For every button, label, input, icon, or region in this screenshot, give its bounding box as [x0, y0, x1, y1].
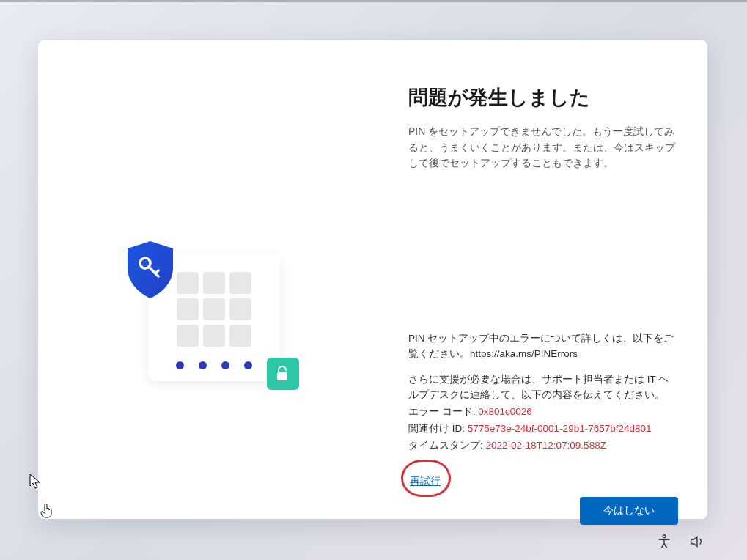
skip-button[interactable]: 今はしない	[580, 497, 678, 525]
taskbar-icons	[656, 534, 704, 550]
illustration-panel	[38, 40, 361, 519]
error-code-value: 0x801c0026	[478, 406, 532, 417]
details-intro: PIN セットアップ中のエラーについて詳しくは、以下をご覧ください。https:…	[408, 331, 678, 362]
retry-link[interactable]: 再試行	[409, 471, 441, 493]
pin-dots	[176, 361, 252, 369]
error-details: PIN セットアップ中のエラーについて詳しくは、以下をご覧ください。https:…	[408, 331, 678, 497]
timestamp-value: 2022-02-18T12:07:09.588Z	[486, 440, 606, 451]
error-code-label: エラー コード:	[408, 406, 478, 417]
accessibility-icon[interactable]	[656, 534, 672, 550]
pin-illustration	[148, 253, 280, 381]
retry-highlight: 再試行	[401, 460, 451, 498]
keypad-card	[148, 253, 280, 381]
support-text: さらに支援が必要な場合は、サポート担当者または IT ヘルプデスクに連絡して、以…	[408, 372, 678, 403]
error-description: PIN をセットアップできませんでした。もう一度試してみると、うまくいくことがあ…	[408, 124, 678, 172]
timestamp-label: タイムスタンプ:	[408, 440, 486, 451]
timestamp-line: タイムスタンプ: 2022-02-18T12:07:09.588Z	[408, 438, 678, 454]
correlation-line: 関連付け ID: 5775e73e-24bf-0001-29b1-7657bf2…	[408, 421, 678, 437]
volume-icon[interactable]	[688, 534, 704, 550]
error-code-line: エラー コード: 0x801c0026	[408, 405, 678, 420]
correlation-label: 関連付け ID:	[408, 423, 468, 434]
svg-rect-3	[277, 372, 287, 380]
shield-key-icon	[123, 240, 177, 300]
oobe-dialog: 問題が発生しました PIN をセットアップできませんでした。もう一度試してみると…	[38, 40, 707, 519]
unlock-icon	[267, 358, 299, 390]
content-panel: 問題が発生しました PIN をセットアップできませんでした。もう一度試してみると…	[361, 40, 707, 519]
keypad-grid	[177, 272, 251, 347]
correlation-value: 5775e73e-24bf-0001-29b1-7657bf24d801	[468, 423, 652, 434]
page-title: 問題が発生しました	[408, 84, 678, 111]
svg-point-4	[663, 535, 666, 538]
action-row: 今はしない	[408, 497, 678, 532]
